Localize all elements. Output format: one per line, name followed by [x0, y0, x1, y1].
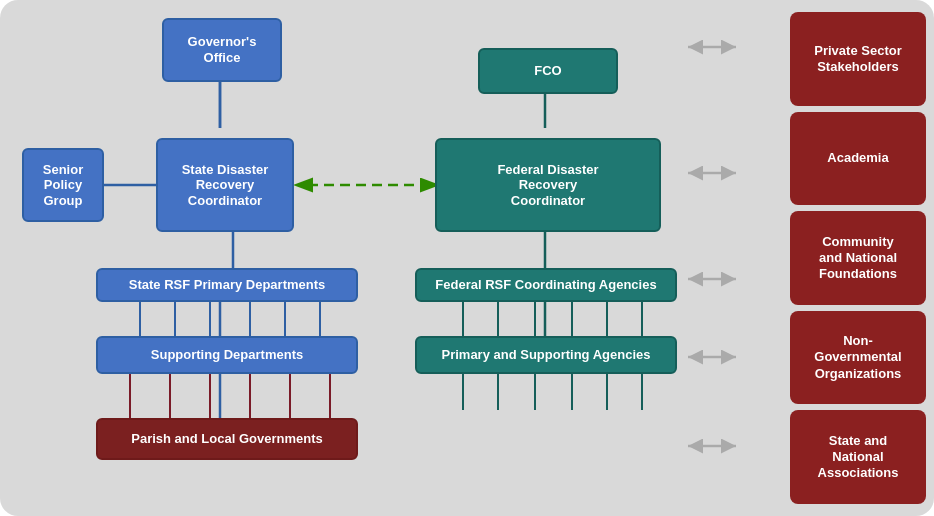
- supporting-depts-label: Supporting Departments: [151, 347, 303, 363]
- primary-supporting-box: Primary and Supporting Agencies: [415, 336, 677, 374]
- supporting-depts-box: Supporting Departments: [96, 336, 358, 374]
- arrow-3: [682, 270, 742, 288]
- stakeholder-academia-label: Academia: [827, 150, 888, 166]
- arrow-4: [682, 348, 742, 366]
- fco-box: FCO: [478, 48, 618, 94]
- stakeholder-community-foundations: Communityand NationalFoundations: [790, 211, 926, 305]
- fdrc-label: Federal Disaster Recovery Coordinator: [497, 162, 598, 209]
- parish-local-label: Parish and Local Governments: [131, 431, 322, 447]
- arrow-2: [682, 164, 742, 182]
- arrow-1: [682, 38, 742, 56]
- arrow-icon-1: [682, 38, 742, 56]
- state-rsf-box: State RSF Primary Departments: [96, 268, 358, 302]
- governors-office-box: Governor's Office: [162, 18, 282, 82]
- stakeholder-community-foundations-label: Communityand NationalFoundations: [819, 234, 897, 283]
- fdrc-box: Federal Disaster Recovery Coordinator: [435, 138, 661, 232]
- sdrc-box: State Disaster Recovery Coordinator: [156, 138, 294, 232]
- diagram-container: Governor's Office Senior Policy Group St…: [0, 0, 934, 516]
- arrow-icon-4: [682, 348, 742, 366]
- main-diagram: Governor's Office Senior Policy Group St…: [0, 0, 786, 516]
- federal-rsf-label: Federal RSF Coordinating Agencies: [435, 277, 656, 293]
- parish-local-box: Parish and Local Governments: [96, 418, 358, 460]
- senior-policy-group-box: Senior Policy Group: [22, 148, 104, 222]
- stakeholder-private-sector: Private SectorStakeholders: [790, 12, 926, 106]
- stakeholder-ngo: Non-GovernmentalOrganizations: [790, 311, 926, 405]
- arrow-icon-2: [682, 164, 742, 182]
- senior-policy-group-label: Senior Policy Group: [43, 162, 83, 209]
- governors-office-label: Governor's Office: [188, 34, 257, 65]
- stakeholder-ngo-label: Non-GovernmentalOrganizations: [814, 333, 901, 382]
- primary-supporting-label: Primary and Supporting Agencies: [441, 347, 650, 363]
- stakeholder-academia: Academia: [790, 112, 926, 206]
- fco-label: FCO: [534, 63, 561, 79]
- stakeholder-private-sector-label: Private SectorStakeholders: [814, 43, 901, 76]
- federal-rsf-box: Federal RSF Coordinating Agencies: [415, 268, 677, 302]
- stakeholder-state-national-associations: State andNationalAssociations: [790, 410, 926, 504]
- stakeholder-state-national-associations-label: State andNationalAssociations: [818, 433, 899, 482]
- sdrc-label: State Disaster Recovery Coordinator: [182, 162, 269, 209]
- arrow-5: [682, 437, 742, 455]
- state-rsf-label: State RSF Primary Departments: [129, 277, 326, 293]
- arrow-icon-3: [682, 270, 742, 288]
- arrow-icon-5: [682, 437, 742, 455]
- stakeholders-panel: Private SectorStakeholders Academia Comm…: [786, 0, 934, 516]
